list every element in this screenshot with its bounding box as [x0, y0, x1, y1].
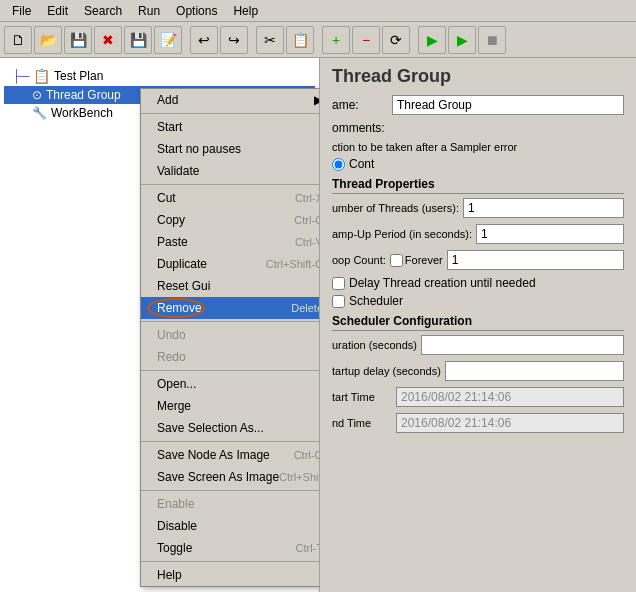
thread-group-label: Thread Group — [46, 88, 121, 102]
undo-button[interactable]: ↩ — [190, 26, 218, 54]
paste-shortcut: Ctrl-V — [295, 236, 320, 248]
menu-item-paste[interactable]: Paste Ctrl-V — [141, 231, 320, 253]
menu-item-paste-label: Paste — [157, 235, 188, 249]
loop-count-label: oop Count: — [332, 254, 386, 266]
redo-button[interactable]: ↪ — [220, 26, 248, 54]
cont-label: Cont — [349, 157, 374, 171]
run-start-button[interactable]: ▶ — [448, 26, 476, 54]
open-button[interactable]: 📂 — [34, 26, 62, 54]
end-time-row: nd Time — [332, 413, 624, 433]
end-time-label: nd Time — [332, 417, 392, 429]
separator-6 — [141, 490, 320, 491]
workbench-label: WorkBench — [51, 106, 113, 120]
menu-item-add[interactable]: Add ▶ — [141, 89, 320, 111]
startup-row: tartup delay (seconds) — [332, 361, 624, 381]
menu-item-save-node-image-label: Save Node As Image — [157, 448, 270, 462]
separator-4 — [141, 370, 320, 371]
menu-item-open[interactable]: Open... — [141, 373, 320, 395]
menu-item-open-label: Open... — [157, 377, 196, 391]
menu-item-undo-label: Undo — [157, 328, 186, 342]
tree-item-test-plan[interactable]: ├─ 📋 Test Plan — [4, 66, 315, 86]
menu-item-copy[interactable]: Copy Ctrl-C — [141, 209, 320, 231]
menu-item-duplicate[interactable]: Duplicate Ctrl+Shift-C — [141, 253, 320, 275]
menu-item-help[interactable]: Help — [141, 564, 320, 586]
scheduler-checkbox[interactable] — [332, 295, 345, 308]
delay-checkbox[interactable] — [332, 277, 345, 290]
menu-help[interactable]: Help — [225, 2, 266, 20]
save-screen-image-shortcut: Ctrl+Shift-G — [279, 471, 320, 483]
start-time-row: tart Time — [332, 387, 624, 407]
menu-item-validate[interactable]: Validate — [141, 160, 320, 182]
scheduler-label: Scheduler — [349, 294, 403, 308]
end-time-input[interactable] — [396, 413, 624, 433]
separator-1 — [141, 113, 320, 114]
menu-item-enable: Enable — [141, 493, 320, 515]
menu-item-disable-label: Disable — [157, 519, 197, 533]
run-button[interactable]: ▶ — [418, 26, 446, 54]
menu-item-save-screen-image[interactable]: Save Screen As Image Ctrl+Shift-G — [141, 466, 320, 488]
menu-item-cut-label: Cut — [157, 191, 176, 205]
menu-file[interactable]: File — [4, 2, 39, 20]
menu-item-start-no-pauses[interactable]: Start no pauses — [141, 138, 320, 160]
cont-radio-row: Cont — [332, 157, 624, 171]
startup-input[interactable] — [445, 361, 624, 381]
menu-item-reset-gui[interactable]: Reset Gui — [141, 275, 320, 297]
menu-item-save-selection-as-label: Save Selection As... — [157, 421, 264, 435]
toolbar: 🗋 📂 💾 ✖ 💾 📝 ↩ ↪ ✂ 📋 + − ⟳ ▶ ▶ ⏹ — [0, 22, 636, 58]
menu-item-copy-label: Copy — [157, 213, 185, 227]
delay-row: Delay Thread creation until needed — [332, 276, 624, 290]
menu-item-save-node-image[interactable]: Save Node As Image Ctrl-G — [141, 444, 320, 466]
separator-7 — [141, 561, 320, 562]
menu-item-remove[interactable]: Remove Delete — [141, 297, 320, 319]
menubar: File Edit Search Run Options Help — [0, 0, 636, 22]
error-action-label: ction to be taken after a Sampler error — [332, 141, 624, 153]
forever-label: Forever — [405, 254, 443, 266]
cont-radio[interactable] — [332, 158, 345, 171]
ramp-up-input[interactable] — [476, 224, 624, 244]
stop-button[interactable]: ⏹ — [478, 26, 506, 54]
save-button[interactable]: 💾 — [64, 26, 92, 54]
name-row: ame: — [332, 95, 624, 115]
context-menu: Add ▶ Start Start no pauses Validate Cut… — [140, 88, 320, 587]
scheduler-config-section: Scheduler Configuration — [332, 314, 624, 331]
thread-props-section: Thread Properties — [332, 177, 624, 194]
menu-options[interactable]: Options — [168, 2, 225, 20]
menu-search[interactable]: Search — [76, 2, 130, 20]
new-button[interactable]: 🗋 — [4, 26, 32, 54]
startup-label: tartup delay (seconds) — [332, 365, 441, 377]
refresh-button[interactable]: ⟳ — [382, 26, 410, 54]
test-plan-label: Test Plan — [54, 69, 103, 83]
forever-checkbox[interactable] — [390, 254, 403, 267]
separator-2 — [141, 184, 320, 185]
submenu-arrow-icon: ▶ — [306, 93, 320, 107]
remove-toolbar-button[interactable]: − — [352, 26, 380, 54]
menu-item-undo: Undo — [141, 324, 320, 346]
menu-item-save-selection-as[interactable]: Save Selection As... — [141, 417, 320, 439]
copy-button[interactable]: 📋 — [286, 26, 314, 54]
cut-shortcut: Ctrl-X — [295, 192, 320, 204]
menu-item-cut[interactable]: Cut Ctrl-X — [141, 187, 320, 209]
loop-count-row: oop Count: Forever — [332, 250, 624, 270]
menu-item-help-label: Help — [157, 568, 182, 582]
menu-item-start[interactable]: Start — [141, 116, 320, 138]
edit-button[interactable]: 📝 — [154, 26, 182, 54]
cut-button[interactable]: ✂ — [256, 26, 284, 54]
num-threads-input[interactable] — [463, 198, 624, 218]
menu-item-merge[interactable]: Merge — [141, 395, 320, 417]
loop-value-input[interactable] — [447, 250, 624, 270]
duration-input[interactable] — [421, 335, 624, 355]
menu-item-disable[interactable]: Disable — [141, 515, 320, 537]
add-button[interactable]: + — [322, 26, 350, 54]
menu-item-reset-gui-label: Reset Gui — [157, 279, 210, 293]
close-button[interactable]: ✖ — [94, 26, 122, 54]
menu-item-redo: Redo — [141, 346, 320, 368]
menu-item-toggle-label: Toggle — [157, 541, 192, 555]
menu-edit[interactable]: Edit — [39, 2, 76, 20]
comments-label: omments: — [332, 121, 392, 135]
menu-run[interactable]: Run — [130, 2, 168, 20]
right-panel: Thread Group ame: omments: ction to be t… — [320, 58, 636, 592]
menu-item-toggle[interactable]: Toggle Ctrl-T — [141, 537, 320, 559]
name-input[interactable] — [392, 95, 624, 115]
start-time-input[interactable] — [396, 387, 624, 407]
save-all-button[interactable]: 💾 — [124, 26, 152, 54]
